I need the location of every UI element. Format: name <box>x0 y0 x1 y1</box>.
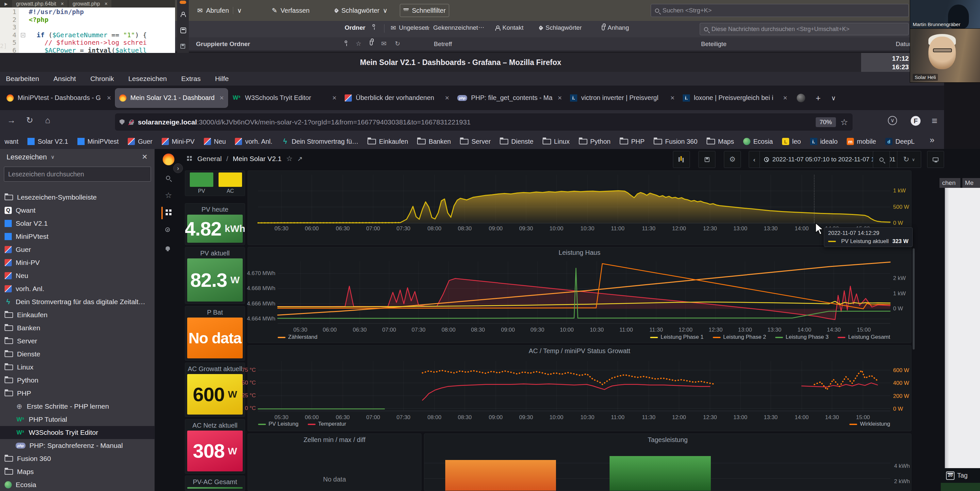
filter-contact[interactable]: Kontakt <box>495 24 523 31</box>
background-window[interactable] <box>945 188 980 468</box>
sidebar-item[interactable]: Python <box>0 374 155 387</box>
menubar-item[interactable]: Hilfe <box>215 75 229 83</box>
insecure-lock-icon[interactable] <box>129 122 133 125</box>
quick-filter-button[interactable]: Schnellfilter <box>400 4 449 17</box>
bookmark-item[interactable]: Solar V2.1 <box>24 138 71 145</box>
bookmark-item[interactable]: Guer <box>124 138 156 145</box>
pocket-icon[interactable] <box>888 116 897 125</box>
scroll-tabs-icon[interactable] <box>5 2 8 6</box>
get-mail-button[interactable]: Abrufen <box>194 4 245 17</box>
kiosk-mode-button[interactable] <box>927 151 944 168</box>
sidebar-item[interactable]: Lesezeichen-Symbolleiste <box>0 191 155 204</box>
url-bar[interactable]: solaranzeige.local:3000/d/kJVb6nOVk/mein… <box>115 113 853 131</box>
sidebar-item[interactable]: Erste Schritte - PHP lernen <box>0 400 155 413</box>
tab-close-icon[interactable] <box>61 1 64 6</box>
column-subject[interactable]: Betreff <box>434 41 452 48</box>
account-avatar[interactable]: F <box>911 116 921 126</box>
sidebar-close-icon[interactable] <box>142 152 147 161</box>
bookmark-item[interactable]: Python <box>576 138 614 145</box>
window-titlebar[interactable]: Mein Solar V2.1 - Dashboards - Grafana –… <box>0 53 980 72</box>
bookmark-item[interactable]: Mini-PV <box>158 138 198 145</box>
bookmark-item[interactable]: Fusion 360 <box>651 138 701 145</box>
browser-tab[interactable]: loxone | Preisvergleich bei i <box>679 89 791 108</box>
compose-button[interactable]: Verfassen <box>269 4 313 17</box>
tagesleistung-panel[interactable]: Tagesleistung 4 kWh2 kWh <box>424 434 912 491</box>
sidebar-item[interactable]: PHP Tutorial <box>0 413 155 426</box>
reload-button[interactable] <box>26 116 33 124</box>
sidebar-item[interactable]: Dienste <box>0 348 155 361</box>
bookmark-item[interactable]: Neu <box>200 138 229 145</box>
message-search-field[interactable]: Diese Nachrichten durchsuchen <Strg+Umsc… <box>700 23 909 35</box>
legend-item[interactable]: PV Leistung <box>258 421 299 427</box>
legend-item[interactable]: Leistung Gesamt <box>838 334 890 340</box>
code-area[interactable]: #!/usr/bin/php<?php− if ($GeraeteNummer … <box>19 8 147 54</box>
menubar-item[interactable]: Ansicht <box>54 75 76 83</box>
tab-close-icon[interactable] <box>558 94 562 102</box>
tab-close-icon[interactable] <box>445 94 449 102</box>
tab-close-icon[interactable] <box>107 94 111 102</box>
address-book-icon[interactable] <box>180 12 185 16</box>
grouped-folders-label[interactable]: Gruppierte Ordner <box>196 41 250 48</box>
bookmark-item[interactable]: vorh. Anl. <box>232 138 275 145</box>
tab-close-icon[interactable] <box>332 94 336 102</box>
grafana-dashboards-icon[interactable] <box>165 210 168 212</box>
tab-close-icon[interactable] <box>670 94 675 102</box>
bookmark-item[interactable]: Dienste <box>496 138 537 145</box>
sidebar-item[interactable]: Qwant <box>0 204 155 217</box>
filter-attachment[interactable]: Anhang <box>602 24 629 31</box>
tab-close-icon[interactable] <box>783 94 787 102</box>
browser-tab[interactable]: Mein Solar V2.1 - Dashboard <box>115 89 228 108</box>
sidebar-header[interactable]: Lesezeichen <box>6 153 54 161</box>
menubar-item[interactable]: Bearbeiten <box>6 75 39 83</box>
bookmark-item[interactable]: Banken <box>414 138 454 145</box>
stat-panel[interactable]: PV-AC Gesamt <box>185 476 245 491</box>
bookmark-item[interactable]: Dein Stromvertrag fü… <box>278 137 362 146</box>
filter-tags[interactable]: Schlagwörter <box>539 24 582 31</box>
share-dashboard-icon[interactable] <box>297 156 303 162</box>
editor-tab[interactable]: growatt.php <box>68 0 111 8</box>
bookmark-item[interactable]: Ecosia <box>740 138 776 145</box>
dashboard-settings-button[interactable] <box>724 151 741 168</box>
folder-pane-options-icon[interactable] <box>478 24 484 30</box>
calendar-icon[interactable] <box>180 27 186 33</box>
sidebar-item[interactable]: vorh. Anl. <box>0 282 155 295</box>
tab-close-icon[interactable] <box>220 94 224 102</box>
breadcrumb-section[interactable]: General <box>197 155 222 163</box>
bookmark-item[interactable]: leo <box>779 138 804 145</box>
sidebar-item[interactable]: PHP: Sprachreferenz - Manual <box>0 439 155 452</box>
hamburger-menu-icon[interactable] <box>932 116 937 126</box>
sidebar-item[interactable]: Mini-PV <box>0 256 155 269</box>
bookmark-item[interactable]: want <box>1 138 22 145</box>
bookmark-item[interactable]: Server <box>457 138 494 145</box>
bookmark-item[interactable]: mobile <box>843 138 880 145</box>
legend-item[interactable]: Zählerstand <box>278 334 318 340</box>
browser-tab[interactable]: Überblick der vorhandenen <box>341 89 453 108</box>
legend-item[interactable]: Leistung Phase 1 <box>650 334 703 340</box>
save-dashboard-button[interactable] <box>698 151 715 168</box>
sidebar-expand-icon[interactable] <box>173 163 183 173</box>
dashboard-title[interactable]: Mein Solar V2.1 <box>233 155 282 163</box>
zoom-out-time-button[interactable] <box>873 151 890 168</box>
sidebar-item[interactable]: Linux <box>0 361 155 374</box>
legend-entry[interactable]: AC <box>218 173 242 194</box>
stat-panel[interactable]: PV heute4.82kWh <box>185 203 245 245</box>
sidebar-item[interactable]: PHP <box>0 387 155 400</box>
refresh-interval-icon[interactable] <box>912 157 915 162</box>
chevron-down-icon[interactable] <box>237 7 242 14</box>
sidebar-item[interactable]: Dein Stromvertrag für das digitale Zeita… <box>0 295 155 308</box>
grafana-logo-icon[interactable] <box>163 154 175 165</box>
sidebar-search-input[interactable] <box>4 167 151 182</box>
stat-panel[interactable]: P BatNo data <box>185 306 245 361</box>
thunderbird-search-field[interactable]: Suchen <Strg+K> <box>651 4 909 17</box>
bookmark-item[interactable]: MiniPVtest <box>74 138 122 145</box>
stat-panel[interactable]: PV aktuell82.3W <box>185 247 245 304</box>
bookmarks-overflow-icon[interactable] <box>930 135 934 144</box>
column-correspondents[interactable]: Beteiligte <box>701 41 727 48</box>
tasks-icon[interactable] <box>180 44 185 49</box>
legend-item[interactable]: Leistung Phase 2 <box>713 334 766 340</box>
legend-entry[interactable]: PV <box>190 173 213 194</box>
sidebar-item[interactable]: Maps <box>0 465 155 478</box>
sidebar-item[interactable]: W3Schools Tryit Editor <box>0 426 155 439</box>
browser-tab[interactable]: MiniPVtest - Dashboards - G <box>3 89 115 108</box>
bookmark-item[interactable]: PHP <box>616 138 648 145</box>
